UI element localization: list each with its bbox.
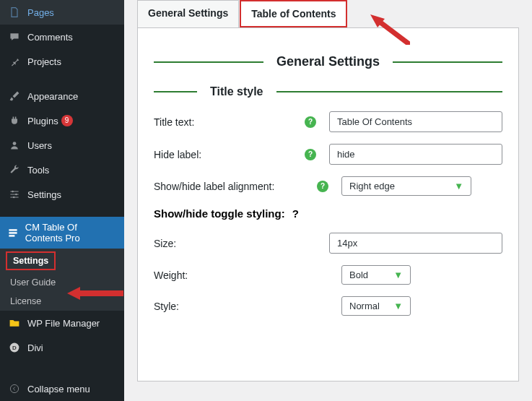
nav-label: Pages <box>27 7 54 18</box>
pin-icon <box>7 54 22 69</box>
nav-label: CM Table Of Contents Pro <box>25 222 117 243</box>
collapse-icon <box>7 381 22 396</box>
nav-label: Projects <box>27 56 61 67</box>
submenu-settings[interactable]: Settings <box>6 251 56 270</box>
title-text-input[interactable] <box>329 111 502 132</box>
update-badge: 9 <box>61 115 73 126</box>
comments-icon <box>7 30 22 44</box>
divider-line <box>276 91 502 92</box>
nav-plugins[interactable]: Plugins9 <box>0 108 124 133</box>
nav-label: Comments <box>27 32 73 43</box>
svg-rect-4 <box>9 229 17 230</box>
help-icon[interactable]: ? <box>292 207 299 220</box>
svg-rect-6 <box>9 235 15 236</box>
nav-appearance[interactable]: Appearance <box>0 84 124 108</box>
nav-users[interactable]: Users <box>0 133 124 158</box>
field-label: Hide label:? <box>154 149 329 160</box>
chevron-down-icon: ▼ <box>393 301 403 311</box>
nav-label: Settings <box>27 189 61 200</box>
weight-select[interactable]: Bold▼ <box>341 265 411 285</box>
toc-plugin-icon <box>7 225 19 240</box>
field-label: Show/hide label alignment:? <box>154 181 341 192</box>
tab-table-of-contents[interactable]: Table of Contents <box>240 0 347 27</box>
row-alignment: Show/hide label alignment:? Right edge▼ <box>154 176 502 196</box>
admin-sidebar: Pages Comments Projects Appearance Plugi… <box>0 0 124 401</box>
divider-line <box>393 61 502 63</box>
help-icon[interactable]: ? <box>317 181 328 192</box>
style-select[interactable]: Normal▼ <box>341 296 411 316</box>
row-size: Size: <box>154 233 502 254</box>
nav-pages[interactable]: Pages <box>0 0 124 25</box>
hide-label-input[interactable] <box>329 144 502 165</box>
plug-icon <box>7 113 22 128</box>
nav-divi[interactable]: DDivi <box>0 335 124 360</box>
size-input[interactable] <box>329 233 502 254</box>
row-hide-label: Hide label:? <box>154 144 502 165</box>
section-title-style: Title style <box>154 85 502 98</box>
sliders-icon <box>7 187 22 202</box>
tab-general[interactable]: General Settings <box>137 0 239 27</box>
nav-label: Divi <box>27 342 43 353</box>
nav-label: Collapse menu <box>27 384 90 394</box>
pages-icon <box>7 5 22 20</box>
settings-panel: General Settings Title style Title text:… <box>137 27 519 381</box>
tabs: General Settings Table of Contents <box>137 0 519 27</box>
nav-cm-toc[interactable]: CM Table Of Contents Pro <box>0 217 124 249</box>
divi-icon: D <box>7 340 22 355</box>
brush-icon <box>7 89 22 103</box>
folder-icon <box>7 316 22 330</box>
svg-point-9 <box>10 384 18 392</box>
svg-text:D: D <box>12 345 17 351</box>
nav-wp-file-manager[interactable]: WP File Manager <box>0 311 124 335</box>
nav-label: WP File Manager <box>27 318 100 329</box>
nav-label: Tools <box>27 165 49 176</box>
row-weight: Weight: Bold▼ <box>154 265 502 285</box>
svg-point-1 <box>12 191 13 192</box>
nav-projects[interactable]: Projects <box>0 49 124 74</box>
svg-point-3 <box>13 197 14 198</box>
chevron-down-icon: ▼ <box>393 270 403 280</box>
subsection-title: Title style <box>210 85 263 98</box>
svg-rect-5 <box>9 232 17 233</box>
collapse-menu[interactable]: Collapse menu <box>0 376 124 401</box>
alignment-select[interactable]: Right edge▼ <box>341 176 471 196</box>
submenu-license[interactable]: License <box>0 292 124 311</box>
toggle-styling-heading: Show/hide toggle styling:? <box>154 207 502 220</box>
row-title-text: Title text:? <box>154 111 502 132</box>
svg-point-0 <box>13 142 17 145</box>
section-title: General Settings <box>276 54 380 69</box>
field-label: Title text:? <box>154 116 329 128</box>
nav-label: Plugins <box>27 116 58 126</box>
submenu-user-guide[interactable]: User Guide <box>0 273 124 292</box>
divider-line <box>154 61 263 63</box>
submenu: Settings User Guide License <box>0 249 124 311</box>
row-style: Style: Normal▼ <box>154 296 502 316</box>
wrench-icon <box>7 163 22 177</box>
help-icon[interactable]: ? <box>305 149 316 160</box>
nav-comments[interactable]: Comments <box>0 25 124 49</box>
help-icon[interactable]: ? <box>305 116 316 128</box>
svg-point-2 <box>15 194 17 195</box>
nav-label: Users <box>27 140 52 151</box>
nav-label: Appearance <box>27 91 78 102</box>
user-icon <box>7 138 22 152</box>
field-label: Weight: <box>154 270 341 281</box>
main-content: General Settings Table of Contents Gener… <box>124 0 532 401</box>
field-label: Size: <box>154 238 329 249</box>
nav-tools[interactable]: Tools <box>0 158 124 182</box>
section-general: General Settings <box>154 54 502 69</box>
divider-line <box>154 91 197 92</box>
field-label: Style: <box>154 301 341 312</box>
nav-settings[interactable]: Settings <box>0 182 124 207</box>
chevron-down-icon: ▼ <box>454 181 463 191</box>
